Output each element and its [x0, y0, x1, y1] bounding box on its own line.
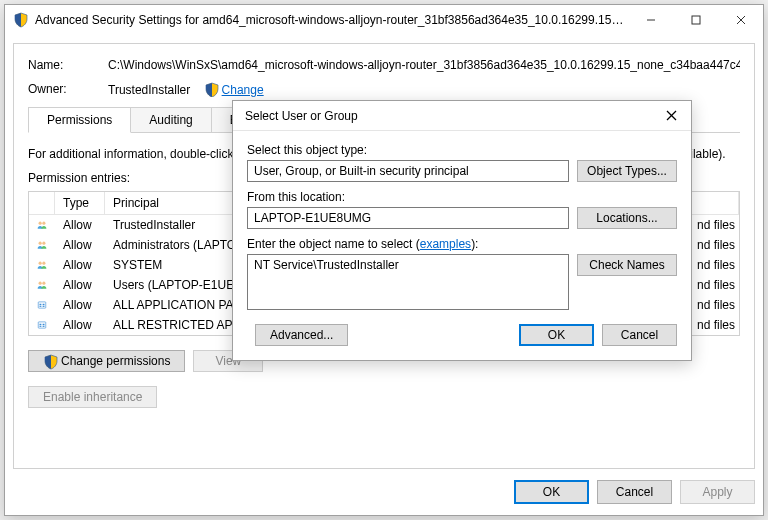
object-name-input[interactable] [247, 254, 569, 310]
dialog-body: Select this object type: Object Types...… [233, 131, 691, 360]
window-buttons [628, 5, 763, 35]
svg-point-9 [42, 262, 45, 265]
ok-button[interactable]: OK [514, 480, 589, 504]
cell-applies-to-fragment: nd files [689, 217, 739, 233]
locations-button[interactable]: Locations... [577, 207, 677, 229]
svg-rect-15 [40, 306, 42, 307]
owner-text: TrustedInstaller [108, 83, 190, 97]
shield-icon [43, 354, 57, 368]
svg-rect-21 [43, 326, 45, 327]
dialog-close-button[interactable] [651, 101, 691, 131]
dialog-titlebar: Select User or Group [233, 101, 691, 131]
cancel-button[interactable]: Cancel [597, 480, 672, 504]
users-icon [29, 279, 55, 291]
svg-rect-19 [43, 324, 45, 325]
svg-point-11 [42, 282, 45, 285]
cell-type: Allow [55, 277, 105, 293]
svg-rect-14 [43, 304, 45, 305]
change-owner-link[interactable]: Change [222, 83, 264, 97]
cell-applies-to-fragment: nd files [689, 257, 739, 273]
cell-type: Allow [55, 237, 105, 253]
svg-rect-20 [40, 326, 42, 327]
examples-link[interactable]: examples [420, 237, 471, 251]
col-type[interactable]: Type [55, 192, 105, 214]
main-footer: OK Cancel Apply [13, 477, 755, 507]
users-icon [29, 219, 55, 231]
advanced-button[interactable]: Advanced... [255, 324, 348, 346]
users-icon [29, 239, 55, 251]
name-label: Name: [28, 58, 108, 72]
svg-rect-16 [43, 306, 45, 307]
cell-applies-to-fragment: nd files [689, 317, 739, 333]
package-icon [29, 319, 55, 331]
object-type-label: Select this object type: [247, 143, 677, 157]
svg-rect-1 [692, 16, 700, 24]
svg-point-7 [42, 242, 45, 245]
svg-rect-17 [38, 322, 46, 328]
check-names-button[interactable]: Check Names [577, 254, 677, 276]
svg-rect-12 [38, 302, 46, 308]
shield-icon [204, 82, 218, 96]
cell-type: Allow [55, 297, 105, 313]
maximize-button[interactable] [673, 5, 718, 35]
minimize-button[interactable] [628, 5, 673, 35]
change-permissions-label: Change permissions [61, 354, 170, 368]
cell-applies-to-fragment: nd files [689, 297, 739, 313]
enable-inheritance-button[interactable]: Enable inheritance [28, 386, 157, 408]
change-permissions-button[interactable]: Change permissions [28, 350, 185, 372]
package-icon [29, 299, 55, 311]
object-type-field[interactable] [247, 160, 569, 182]
name-value: C:\Windows\WinSxS\amd64_microsoft-window… [108, 58, 740, 72]
svg-rect-13 [40, 304, 42, 305]
cell-applies-to-fragment: nd files [689, 237, 739, 253]
cell-type: Allow [55, 257, 105, 273]
svg-rect-18 [40, 324, 42, 325]
titlebar: Advanced Security Settings for amd64_mic… [5, 5, 763, 35]
location-label: From this location: [247, 190, 677, 204]
object-types-button[interactable]: Object Types... [577, 160, 677, 182]
object-name-label: Enter the object name to select (example… [247, 237, 677, 251]
svg-point-4 [39, 222, 42, 225]
users-icon [29, 259, 55, 271]
svg-point-10 [39, 282, 42, 285]
cell-type: Allow [55, 317, 105, 333]
tab-auditing[interactable]: Auditing [130, 107, 211, 132]
svg-point-5 [42, 222, 45, 225]
window-title: Advanced Security Settings for amd64_mic… [35, 13, 628, 27]
svg-point-6 [39, 242, 42, 245]
svg-point-8 [39, 262, 42, 265]
col-icon[interactable] [29, 192, 55, 214]
owner-label: Owner: [28, 82, 108, 97]
dialog-cancel-button[interactable]: Cancel [602, 324, 677, 346]
dialog-ok-button[interactable]: OK [519, 324, 594, 346]
dialog-title: Select User or Group [241, 109, 651, 123]
tab-permissions[interactable]: Permissions [28, 107, 131, 133]
cell-applies-to-fragment: nd files [689, 277, 739, 293]
location-field[interactable] [247, 207, 569, 229]
close-button[interactable] [718, 5, 763, 35]
owner-value: TrustedInstaller Change [108, 82, 740, 97]
apply-button[interactable]: Apply [680, 480, 755, 504]
cell-type: Allow [55, 217, 105, 233]
select-user-group-dialog: Select User or Group Select this object … [232, 100, 692, 361]
shield-icon [13, 12, 29, 28]
